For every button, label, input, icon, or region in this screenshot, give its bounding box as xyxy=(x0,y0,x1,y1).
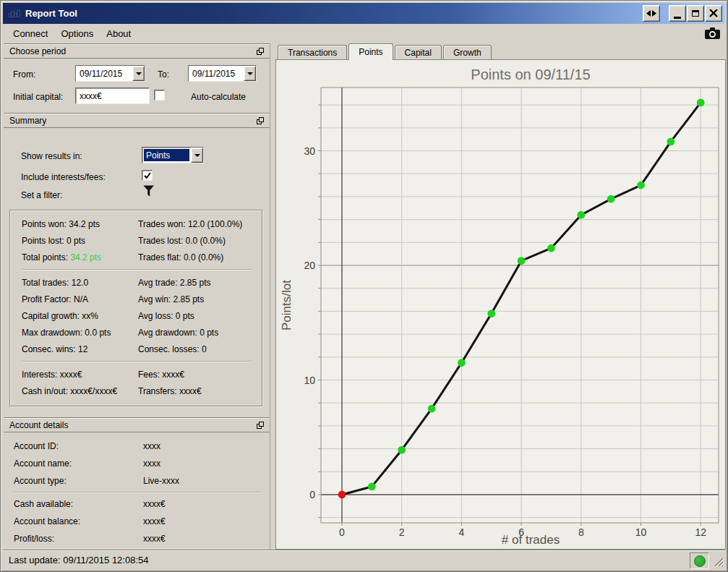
include-fees-checkbox[interactable] xyxy=(142,170,153,181)
from-label: From: xyxy=(13,66,35,82)
account-value: xxxx xyxy=(143,458,160,469)
title-bar: Report Tool xyxy=(3,3,725,24)
stats-row: Max drawdown: 0.0 ptsAvg drawdown: 0 pts xyxy=(22,324,262,341)
float-panel-icon[interactable] xyxy=(257,422,264,429)
stats-row: Total trades: 12.0Avg trade: 2.85 pts xyxy=(22,274,262,291)
points-line-chart: 0102030024681012Points on 09/11/15# of t… xyxy=(276,60,725,549)
chevron-down-icon[interactable] xyxy=(244,66,256,81)
app-icon xyxy=(7,8,20,20)
summary-stats-box: Points won: 34.2 ptsTrades won: 12.0 (10… xyxy=(9,210,262,406)
account-row: Cash available:xxxx€ xyxy=(14,495,270,513)
minimize-button[interactable] xyxy=(669,5,686,22)
menu-item-about[interactable]: About xyxy=(100,25,137,42)
stat-left-cell: Points won: 34.2 pts xyxy=(22,219,138,229)
svg-text:0: 0 xyxy=(339,526,345,538)
svg-text:20: 20 xyxy=(304,260,315,271)
menu-item-options[interactable]: Options xyxy=(54,25,100,42)
auto-calculate-checkbox[interactable] xyxy=(154,90,165,101)
camera-icon xyxy=(705,27,720,39)
show-results-value: Points xyxy=(144,149,189,161)
stat-right-cell: Avg loss: 0 pts xyxy=(138,311,262,321)
svg-text:2: 2 xyxy=(399,526,405,538)
last-update-text: Last update: 09/11/2015 12:08:54 xyxy=(9,555,148,565)
to-date-combobox[interactable]: 09/11/2015 xyxy=(188,65,257,82)
stats-row: Total points: 34.2 ptsTrades flat: 0.0 (… xyxy=(22,249,262,265)
from-date-combobox[interactable]: 09/11/2015 xyxy=(75,65,145,82)
tab-bar: TransactionsPointsCapitalGrowth xyxy=(275,43,493,59)
tab-growth[interactable]: Growth xyxy=(443,45,492,59)
float-panel-icon[interactable] xyxy=(257,117,264,124)
tab-transactions[interactable]: Transactions xyxy=(278,45,347,59)
svg-text:12: 12 xyxy=(695,526,706,538)
svg-text:Points/lot: Points/lot xyxy=(280,280,294,330)
svg-text:Points on 09/11/15: Points on 09/11/15 xyxy=(471,67,590,82)
from-date-value: 09/11/2015 xyxy=(76,66,132,81)
to-label: To: xyxy=(158,66,169,82)
points-tab-page: 0102030024681012Points on 09/11/15# of t… xyxy=(275,59,726,550)
choose-period-panel: Choose period From: 09/11/2015 To: 09/11… xyxy=(4,43,270,113)
initial-capital-label: Initial capital: xyxy=(13,88,63,105)
section-title: Choose period xyxy=(9,46,257,56)
stat-left-cell: Points lost: 0 pts xyxy=(22,236,138,246)
section-title: Account details xyxy=(9,420,257,430)
stat-left-cell: Total trades: 12.0 xyxy=(22,278,138,288)
chevron-down-icon[interactable] xyxy=(132,66,145,81)
float-panel-icon[interactable] xyxy=(257,48,264,55)
chevron-down-icon[interactable] xyxy=(191,148,203,163)
window-controls xyxy=(642,5,722,22)
stat-right-cell: Fees: xxxx€ xyxy=(138,370,262,380)
app-window: Report Tool ConnectOptionsAbout xyxy=(0,0,728,572)
svg-text:# of trades: # of trades xyxy=(502,533,560,547)
adjust-button[interactable] xyxy=(643,5,660,22)
svg-text:30: 30 xyxy=(304,145,315,157)
section-title: Summary xyxy=(9,116,257,126)
account-label: Account type: xyxy=(14,476,143,486)
stat-right-cell: Transfers: xxxx€ xyxy=(138,386,262,396)
resize-grip[interactable] xyxy=(713,556,724,569)
svg-text:10: 10 xyxy=(635,526,647,538)
include-fees-label: Include interests/fees: xyxy=(21,168,106,185)
show-results-combobox[interactable]: Points xyxy=(142,147,204,163)
account-details-panel: Account details Account ID:xxxxAccount n… xyxy=(4,417,270,550)
resize-arrows-icon xyxy=(646,10,656,17)
resize-grip-icon xyxy=(713,556,724,567)
account-label: Account ID: xyxy=(14,441,143,451)
initial-capital-wrap xyxy=(75,87,150,104)
maximize-button[interactable] xyxy=(687,5,704,22)
stat-right-cell: Trades flat: 0.0 (0.0%) xyxy=(138,252,262,262)
summary-header: Summary xyxy=(4,113,270,128)
maximize-icon xyxy=(692,10,699,17)
account-separator xyxy=(14,492,261,493)
menu-item-connect[interactable]: Connect xyxy=(7,25,54,42)
window-title: Report Tool xyxy=(25,8,77,19)
stat-left-cell: Consec. wins: 12 xyxy=(22,344,138,354)
stats-separator xyxy=(22,361,252,362)
account-value: xxxx€ xyxy=(143,499,166,509)
screenshot-button[interactable] xyxy=(705,27,720,39)
account-row: Account ID:xxxx xyxy=(14,437,270,455)
choose-period-header: Choose period xyxy=(4,43,270,59)
close-button[interactable] xyxy=(705,5,722,22)
account-row: Account type:Live-xxxx xyxy=(14,472,270,490)
status-bar: Last update: 09/11/2015 12:08:54 xyxy=(3,550,725,571)
account-label: Profit/loss: xyxy=(14,534,143,544)
stat-right-cell: Avg drawdown: 0 pts xyxy=(138,328,262,338)
stats-row: Interests: xxxx€Fees: xxxx€ xyxy=(22,366,262,383)
stat-left-cell: Max drawdown: 0.0 pts xyxy=(22,328,138,338)
tab-capital[interactable]: Capital xyxy=(395,45,442,59)
svg-text:4: 4 xyxy=(459,526,465,538)
check-icon xyxy=(143,171,152,180)
show-results-label: Show results in: xyxy=(21,148,82,164)
stat-right-cell: Avg trade: 2.85 pts xyxy=(138,278,262,288)
account-label: Account name: xyxy=(14,458,143,469)
stat-right-cell: Trades lost: 0.0 (0.0%) xyxy=(138,236,262,246)
auto-calculate-label: Auto-calculate xyxy=(191,88,246,105)
account-row: Account name:xxxx xyxy=(14,455,270,472)
filter-button[interactable] xyxy=(143,185,155,197)
filter-funnel-icon xyxy=(143,185,155,197)
tab-points[interactable]: Points xyxy=(348,43,393,60)
account-row: Profit/loss:xxxx€ xyxy=(14,530,270,547)
initial-capital-input[interactable] xyxy=(75,87,150,104)
close-icon xyxy=(709,9,718,17)
account-rows: Account ID:xxxxAccount name:xxxxAccount … xyxy=(4,437,270,547)
